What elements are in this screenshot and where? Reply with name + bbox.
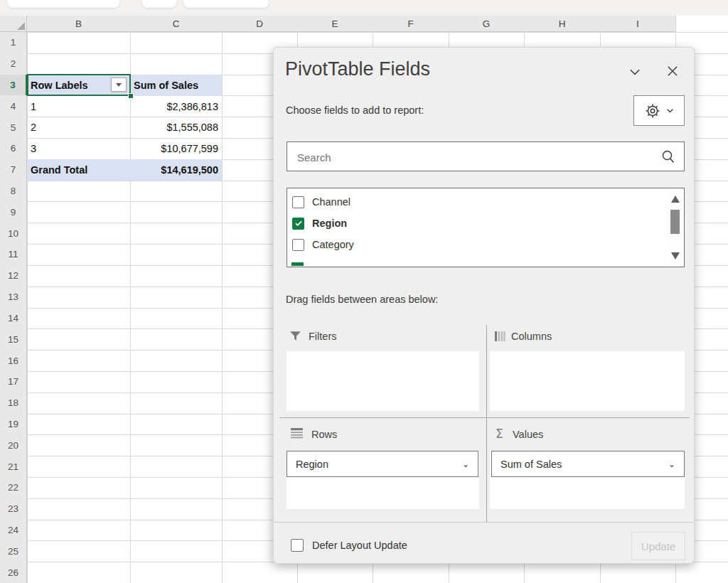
rows-area-label: Rows: [311, 429, 337, 440]
column-header-I[interactable]: I: [600, 16, 675, 32]
row-header-3[interactable]: 3: [0, 75, 27, 96]
row-labels-filter-button[interactable]: [111, 77, 127, 92]
partially-visible-field-checkbox: [291, 262, 304, 266]
defer-layout-label: Defer Layout Update: [312, 540, 407, 551]
quadrant-horizontal-divider: [279, 417, 690, 418]
field-list: Channel Region Category: [287, 188, 685, 267]
pivot-row-label[interactable]: 2: [27, 117, 130, 138]
drag-fields-label: Drag fields between areas below:: [286, 294, 438, 305]
checkbox-check-icon: [294, 219, 303, 228]
row-header-12[interactable]: 12: [0, 265, 27, 287]
column-header-E[interactable]: E: [297, 16, 373, 32]
row-header-11[interactable]: 11: [0, 244, 27, 265]
pivot-row-value[interactable]: $1,555,088: [130, 117, 222, 138]
field-list-scrollbar[interactable]: [668, 189, 683, 266]
row-header-7[interactable]: 7: [0, 159, 27, 181]
pill-label: Sum of Sales: [500, 459, 562, 470]
values-area-label: Values: [513, 429, 543, 440]
row-header-20[interactable]: 20: [0, 434, 27, 456]
pane-options-button[interactable]: [625, 62, 645, 82]
field-item-region[interactable]: Region: [292, 213, 347, 234]
row-header-2[interactable]: 2: [0, 53, 27, 75]
row-header-8[interactable]: 8: [0, 181, 27, 202]
pivot-row-value[interactable]: $10,677,599: [130, 138, 222, 159]
columns-area-label: Columns: [511, 331, 552, 342]
search-input[interactable]: [296, 142, 654, 172]
pivottable-fields-pane: PivotTable Fields Choose fields to add t…: [273, 47, 695, 564]
tools-gear-button[interactable]: [633, 95, 685, 126]
pivot-row-value[interactable]: $2,386,813: [130, 96, 222, 117]
pivot-row-label[interactable]: 3: [27, 138, 130, 159]
row-header-1[interactable]: 1: [0, 32, 27, 53]
row-header-13[interactable]: 13: [0, 287, 27, 308]
column-header-F[interactable]: F: [373, 16, 449, 32]
field-label: Channel: [312, 196, 350, 208]
values-field-pill-sum-of-sales[interactable]: Sum of Sales ⌄: [491, 451, 685, 477]
chevron-down-icon: ⌄: [668, 459, 675, 469]
row-header-5[interactable]: 5: [0, 117, 27, 138]
filters-icon: [289, 330, 301, 342]
row-header-17[interactable]: 17: [0, 371, 27, 392]
gear-icon: [644, 102, 661, 119]
columns-drop-zone[interactable]: [490, 351, 685, 411]
row-header-10[interactable]: 10: [0, 223, 27, 244]
filters-drop-zone[interactable]: [287, 351, 479, 411]
rows-icon: [291, 428, 303, 439]
row-header-21[interactable]: 21: [0, 456, 27, 477]
checkbox-category[interactable]: [292, 239, 304, 251]
field-label: Region: [312, 218, 347, 229]
pane-bottom-divider: [274, 522, 694, 523]
column-header-B[interactable]: B: [27, 16, 130, 32]
columns-icon: [494, 331, 505, 342]
select-all-icon: [17, 22, 25, 30]
pane-chevron-icon: [628, 65, 641, 78]
scrollbar-thumb[interactable]: [670, 210, 680, 234]
checkbox-region[interactable]: [292, 218, 304, 230]
field-item-category[interactable]: Category: [292, 234, 354, 255]
update-button[interactable]: Update: [631, 532, 685, 560]
row-header-24[interactable]: 24: [0, 520, 27, 541]
values-icon: Σ: [496, 427, 503, 441]
row-header-25[interactable]: 25: [0, 540, 27, 562]
row-header-14[interactable]: 14: [0, 308, 27, 329]
pivot-row-label[interactable]: 1: [27, 96, 130, 117]
choose-fields-label: Choose fields to add to report:: [286, 105, 424, 116]
pill-label: Region: [296, 459, 328, 470]
gear-chevron-icon: [666, 107, 674, 114]
row-header-9[interactable]: 9: [0, 201, 27, 223]
defer-layout-checkbox[interactable]: [291, 539, 304, 552]
fill-handle[interactable]: [128, 93, 134, 99]
row-header-19[interactable]: 19: [0, 414, 27, 435]
select-all-corner[interactable]: [0, 16, 27, 32]
field-item-channel[interactable]: Channel: [292, 191, 350, 213]
scroll-down-icon[interactable]: [671, 252, 680, 260]
checkbox-channel[interactable]: [292, 196, 304, 208]
pivot-grand-total-value[interactable]: $14,619,500: [130, 159, 222, 181]
column-header-C[interactable]: C: [130, 16, 222, 32]
close-pane-button[interactable]: [662, 60, 683, 82]
row-header-18[interactable]: 18: [0, 392, 27, 414]
column-header-H[interactable]: H: [524, 16, 600, 32]
chevron-down-icon: ⌄: [462, 459, 469, 469]
row-header-26[interactable]: 26: [0, 562, 27, 583]
field-label: Category: [312, 239, 354, 250]
pane-title: PivotTable Fields: [285, 58, 430, 80]
pivot-grand-total-label[interactable]: Grand Total: [27, 159, 130, 181]
excel-window: ABCDEFGHI1234567891011121314151617181920…: [0, 0, 728, 583]
row-header-6[interactable]: 6: [0, 138, 27, 159]
row-filter-dropdown-icon: [116, 83, 122, 87]
pivot-header-sum-of-sales[interactable]: Sum of Sales: [130, 75, 222, 96]
column-header-D[interactable]: D: [222, 16, 297, 32]
gridline: [0, 32, 728, 33]
search-box: [287, 141, 685, 171]
row-header-23[interactable]: 23: [0, 498, 27, 520]
row-header-15[interactable]: 15: [0, 328, 27, 350]
row-header-22[interactable]: 22: [0, 477, 27, 498]
row-header-16[interactable]: 16: [0, 350, 27, 371]
search-icon[interactable]: [660, 149, 677, 166]
column-header-G[interactable]: G: [449, 16, 524, 32]
row-header-4[interactable]: 4: [0, 95, 27, 117]
rows-field-pill-region[interactable]: Region ⌄: [287, 451, 478, 477]
scroll-up-icon[interactable]: [671, 196, 680, 203]
quadrant-vertical-divider: [486, 325, 487, 522]
